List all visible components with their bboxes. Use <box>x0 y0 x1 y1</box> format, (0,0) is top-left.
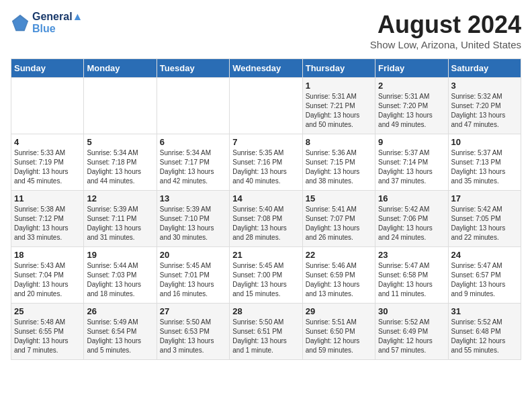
header-tuesday: Tuesday <box>157 59 229 78</box>
calendar-cell: 28Sunrise: 5:50 AM Sunset: 6:51 PM Dayli… <box>230 304 302 360</box>
day-info: Sunrise: 5:46 AM Sunset: 6:59 PM Dayligh… <box>306 261 372 299</box>
day-number: 20 <box>160 250 226 260</box>
day-number: 30 <box>378 306 445 316</box>
day-info: Sunrise: 5:34 AM Sunset: 7:18 PM Dayligh… <box>87 148 153 186</box>
page-header: General▲ Blue August 2024 Show Low, Ariz… <box>11 11 521 50</box>
day-info: Sunrise: 5:52 AM Sunset: 6:49 PM Dayligh… <box>378 318 445 355</box>
calendar-cell: 1Sunrise: 5:31 AM Sunset: 7:21 PM Daylig… <box>302 78 375 134</box>
subtitle: Show Low, Arizona, United States <box>370 39 521 50</box>
day-info: Sunrise: 5:45 AM Sunset: 7:00 PM Dayligh… <box>232 261 299 299</box>
calendar-cell: 23Sunrise: 5:47 AM Sunset: 6:58 PM Dayli… <box>375 247 448 304</box>
day-info: Sunrise: 5:34 AM Sunset: 7:17 PM Dayligh… <box>160 148 226 186</box>
day-number: 22 <box>306 250 372 260</box>
day-info: Sunrise: 5:41 AM Sunset: 7:07 PM Dayligh… <box>306 205 372 242</box>
day-number: 3 <box>451 81 518 91</box>
header-friday: Friday <box>375 59 448 78</box>
day-number: 23 <box>378 250 445 260</box>
logo: General▲ Blue <box>11 11 83 35</box>
logo-icon <box>11 13 30 32</box>
day-number: 29 <box>306 306 372 316</box>
calendar-cell: 15Sunrise: 5:41 AM Sunset: 7:07 PM Dayli… <box>302 191 375 247</box>
calendar-cell <box>230 78 302 134</box>
day-info: Sunrise: 5:49 AM Sunset: 6:54 PM Dayligh… <box>87 318 153 355</box>
header-saturday: Saturday <box>448 59 521 78</box>
calendar-cell <box>11 78 84 134</box>
logo-text: General▲ Blue <box>32 11 83 35</box>
day-info: Sunrise: 5:32 AM Sunset: 7:20 PM Dayligh… <box>451 92 518 130</box>
day-number: 2 <box>378 81 445 91</box>
day-info: Sunrise: 5:47 AM Sunset: 6:57 PM Dayligh… <box>451 261 518 299</box>
day-number: 7 <box>232 137 299 147</box>
day-info: Sunrise: 5:31 AM Sunset: 7:21 PM Dayligh… <box>306 92 372 130</box>
day-number: 10 <box>451 137 518 147</box>
calendar-cell: 9Sunrise: 5:37 AM Sunset: 7:14 PM Daylig… <box>375 134 448 191</box>
calendar-cell: 30Sunrise: 5:52 AM Sunset: 6:49 PM Dayli… <box>375 304 448 360</box>
day-info: Sunrise: 5:37 AM Sunset: 7:13 PM Dayligh… <box>451 148 518 186</box>
day-number: 14 <box>232 193 299 203</box>
calendar-cell: 29Sunrise: 5:51 AM Sunset: 6:50 PM Dayli… <box>302 304 375 360</box>
day-info: Sunrise: 5:43 AM Sunset: 7:04 PM Dayligh… <box>14 261 81 299</box>
day-info: Sunrise: 5:45 AM Sunset: 7:01 PM Dayligh… <box>160 261 226 299</box>
main-title: August 2024 <box>370 11 521 39</box>
header-wednesday: Wednesday <box>230 59 302 78</box>
calendar-cell: 20Sunrise: 5:45 AM Sunset: 7:01 PM Dayli… <box>157 247 229 304</box>
calendar-cell: 26Sunrise: 5:49 AM Sunset: 6:54 PM Dayli… <box>84 304 157 360</box>
calendar-cell: 21Sunrise: 5:45 AM Sunset: 7:00 PM Dayli… <box>230 247 302 304</box>
day-number: 25 <box>14 306 81 316</box>
calendar-cell: 24Sunrise: 5:47 AM Sunset: 6:57 PM Dayli… <box>448 247 521 304</box>
calendar-cell: 8Sunrise: 5:36 AM Sunset: 7:15 PM Daylig… <box>302 134 375 191</box>
day-info: Sunrise: 5:38 AM Sunset: 7:12 PM Dayligh… <box>14 205 81 242</box>
calendar-cell <box>157 78 229 134</box>
calendar-cell: 22Sunrise: 5:46 AM Sunset: 6:59 PM Dayli… <box>302 247 375 304</box>
header-thursday: Thursday <box>302 59 375 78</box>
calendar-cell: 4Sunrise: 5:33 AM Sunset: 7:19 PM Daylig… <box>11 134 84 191</box>
day-number: 17 <box>451 193 518 203</box>
calendar-body: 1Sunrise: 5:31 AM Sunset: 7:21 PM Daylig… <box>11 78 521 360</box>
day-number: 5 <box>87 137 153 147</box>
calendar-cell <box>84 78 157 134</box>
calendar-cell: 17Sunrise: 5:42 AM Sunset: 7:05 PM Dayli… <box>448 191 521 247</box>
day-number: 26 <box>87 306 153 316</box>
calendar-cell: 27Sunrise: 5:50 AM Sunset: 6:53 PM Dayli… <box>157 304 229 360</box>
day-info: Sunrise: 5:50 AM Sunset: 6:51 PM Dayligh… <box>232 318 299 355</box>
calendar-cell: 31Sunrise: 5:52 AM Sunset: 6:48 PM Dayli… <box>448 304 521 360</box>
day-info: Sunrise: 5:35 AM Sunset: 7:16 PM Dayligh… <box>232 148 299 186</box>
day-number: 6 <box>160 137 226 147</box>
day-info: Sunrise: 5:44 AM Sunset: 7:03 PM Dayligh… <box>87 261 153 299</box>
day-number: 8 <box>306 137 372 147</box>
day-info: Sunrise: 5:40 AM Sunset: 7:08 PM Dayligh… <box>232 205 299 242</box>
day-info: Sunrise: 5:39 AM Sunset: 7:10 PM Dayligh… <box>160 205 226 242</box>
day-info: Sunrise: 5:37 AM Sunset: 7:14 PM Dayligh… <box>378 148 445 186</box>
calendar-cell: 25Sunrise: 5:48 AM Sunset: 6:55 PM Dayli… <box>11 304 84 360</box>
day-info: Sunrise: 5:48 AM Sunset: 6:55 PM Dayligh… <box>14 318 81 355</box>
calendar-header: SundayMondayTuesdayWednesdayThursdayFrid… <box>11 59 521 78</box>
calendar-cell: 14Sunrise: 5:40 AM Sunset: 7:08 PM Dayli… <box>230 191 302 247</box>
day-number: 4 <box>14 137 81 147</box>
week-row-2: 11Sunrise: 5:38 AM Sunset: 7:12 PM Dayli… <box>11 191 521 247</box>
calendar-cell: 16Sunrise: 5:42 AM Sunset: 7:06 PM Dayli… <box>375 191 448 247</box>
week-row-3: 18Sunrise: 5:43 AM Sunset: 7:04 PM Dayli… <box>11 247 521 304</box>
day-number: 12 <box>87 193 153 203</box>
day-number: 15 <box>306 193 372 203</box>
day-number: 28 <box>232 306 299 316</box>
week-row-1: 4Sunrise: 5:33 AM Sunset: 7:19 PM Daylig… <box>11 134 521 191</box>
day-number: 16 <box>378 193 445 203</box>
day-info: Sunrise: 5:39 AM Sunset: 7:11 PM Dayligh… <box>87 205 153 242</box>
header-sunday: Sunday <box>11 59 84 78</box>
calendar-cell: 12Sunrise: 5:39 AM Sunset: 7:11 PM Dayli… <box>84 191 157 247</box>
day-number: 27 <box>160 306 226 316</box>
calendar-cell: 10Sunrise: 5:37 AM Sunset: 7:13 PM Dayli… <box>448 134 521 191</box>
calendar-cell: 2Sunrise: 5:31 AM Sunset: 7:20 PM Daylig… <box>375 78 448 134</box>
day-number: 13 <box>160 193 226 203</box>
day-number: 18 <box>14 250 81 260</box>
week-row-0: 1Sunrise: 5:31 AM Sunset: 7:21 PM Daylig… <box>11 78 521 134</box>
header-monday: Monday <box>84 59 157 78</box>
day-number: 31 <box>451 306 518 316</box>
week-row-4: 25Sunrise: 5:48 AM Sunset: 6:55 PM Dayli… <box>11 304 521 360</box>
calendar-cell: 5Sunrise: 5:34 AM Sunset: 7:18 PM Daylig… <box>84 134 157 191</box>
calendar-cell: 3Sunrise: 5:32 AM Sunset: 7:20 PM Daylig… <box>448 78 521 134</box>
calendar-cell: 13Sunrise: 5:39 AM Sunset: 7:10 PM Dayli… <box>157 191 229 247</box>
day-info: Sunrise: 5:33 AM Sunset: 7:19 PM Dayligh… <box>14 148 81 186</box>
day-info: Sunrise: 5:36 AM Sunset: 7:15 PM Dayligh… <box>306 148 372 186</box>
calendar-cell: 18Sunrise: 5:43 AM Sunset: 7:04 PM Dayli… <box>11 247 84 304</box>
